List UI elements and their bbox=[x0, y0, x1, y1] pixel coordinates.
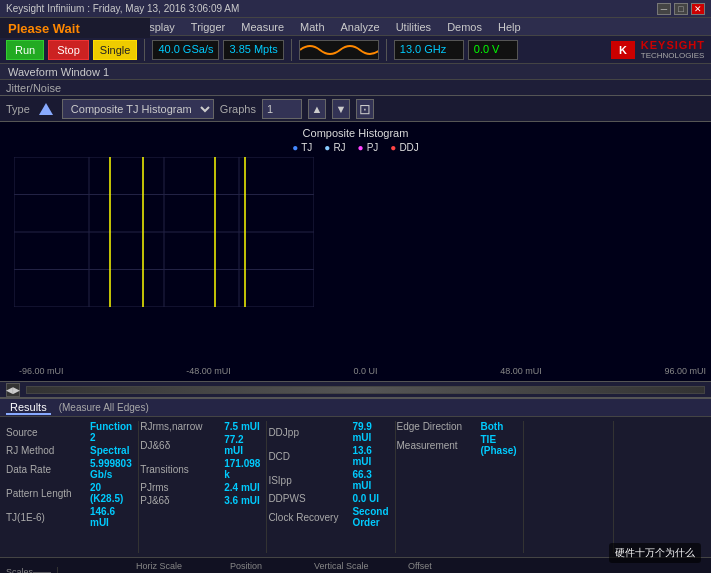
horiz-scale-header: Horiz Scale bbox=[136, 561, 226, 571]
menu-item-trigger[interactable]: Trigger bbox=[187, 21, 229, 33]
result-row-tj: TJ(1E-6) 146.6 mUI bbox=[6, 506, 132, 528]
toolbar-separator-3 bbox=[386, 39, 387, 61]
result-key-isipp: ISIpp bbox=[268, 475, 348, 486]
chart-title-text: Composite Histogram bbox=[303, 127, 409, 139]
legend-item-pj: ● PJ bbox=[358, 142, 379, 153]
bottom-scales: Scales—— Horiz Scale Position Vertical S… bbox=[0, 557, 711, 573]
result-val-pattern-length: 20 (K28.5) bbox=[90, 482, 132, 504]
result-val-dcd: 13.6 mUI bbox=[352, 445, 388, 467]
title-bar: Keysight Infiniium : Friday, May 13, 201… bbox=[0, 0, 711, 18]
legend-item-ddj: ● DDJ bbox=[390, 142, 419, 153]
result-val-rj-method: Spectral bbox=[90, 445, 129, 456]
close-button[interactable]: ✕ bbox=[691, 3, 705, 15]
result-row-source: Source Function 2 bbox=[6, 421, 132, 443]
wave-svg bbox=[300, 40, 378, 60]
results-tab[interactable]: Results bbox=[6, 401, 51, 415]
keysight-logo: K KEYSIGHT TECHNOLOGIES bbox=[611, 39, 705, 60]
histogram-svg bbox=[14, 157, 314, 307]
result-val-pj6d: 3.6 mUI bbox=[224, 495, 260, 506]
chart-title: Composite Histogram bbox=[303, 127, 409, 139]
minimize-button[interactable]: ─ bbox=[657, 3, 671, 15]
result-row-pattern-length: Pattern Length 20 (K28.5) bbox=[6, 482, 132, 504]
result-key-source: Source bbox=[6, 427, 86, 438]
chart-legend: ● TJ ● RJ ● PJ ● DDJ bbox=[292, 142, 419, 153]
measure-all-edges: (Measure All Edges) bbox=[59, 402, 149, 413]
menu-item-analyze[interactable]: Analyze bbox=[337, 21, 384, 33]
menu-item-math[interactable]: Math bbox=[296, 21, 328, 33]
result-row-transitions: Transitions 171.098 k bbox=[140, 458, 260, 480]
result-val-data-rate: 5.999803 Gb/s bbox=[90, 458, 132, 480]
watermark-text: 硬件十万个为什么 bbox=[615, 547, 695, 558]
toolbar: Run Stop Single 40.0 GSa/s 3.85 Mpts 13.… bbox=[0, 36, 711, 64]
toolbar-separator-2 bbox=[291, 39, 292, 61]
graphs-down-button[interactable]: ▼ bbox=[332, 99, 350, 119]
result-row-pjrms: PJrms 2.4 mUI bbox=[140, 482, 260, 493]
scales-header: Scales—— bbox=[6, 567, 51, 574]
result-row-clock-recovery: Clock Recovery Second Order bbox=[268, 506, 388, 528]
result-row-edge-direction: Edge Direction Both bbox=[397, 421, 517, 432]
result-row-data-rate: Data Rate 5.999803 Gb/s bbox=[6, 458, 132, 480]
result-val-tj: 146.6 mUI bbox=[90, 506, 132, 528]
menu-item-utilities[interactable]: Utilities bbox=[392, 21, 435, 33]
result-group-1: Source Function 2 RJ Method Spectral Dat… bbox=[6, 421, 139, 553]
result-val-dj6d: 77.2 mUI bbox=[224, 434, 260, 456]
result-row-isipp: ISIpp 66.3 mUI bbox=[268, 469, 388, 491]
menu-item-help[interactable]: Help bbox=[494, 21, 525, 33]
result-row-rj-method: RJ Method Spectral bbox=[6, 445, 132, 456]
memory-depth-display: 3.85 Mpts bbox=[223, 40, 283, 60]
svg-text:K: K bbox=[619, 44, 627, 56]
x-label-4: 48.00 mUI bbox=[500, 366, 542, 376]
scale-expand-button[interactable]: ◀▶ bbox=[6, 383, 20, 397]
single-button[interactable]: Single bbox=[93, 40, 138, 60]
result-key-dcd: DCD bbox=[268, 451, 348, 462]
result-group-3: DDJpp 79.9 mUI DCD 13.6 mUI ISIpp 66.3 m… bbox=[268, 421, 395, 553]
maximize-button[interactable]: □ bbox=[674, 3, 688, 15]
watermark: 硬件十万个为什么 bbox=[609, 543, 701, 563]
results-panel: Results (Measure All Edges) Source Funct… bbox=[0, 398, 711, 557]
results-header: Results (Measure All Edges) bbox=[0, 399, 711, 417]
frequency-display: 13.0 GHz bbox=[394, 40, 464, 60]
result-row-measurement: Measurement TIE (Phase) bbox=[397, 434, 517, 456]
stop-button[interactable]: Stop bbox=[48, 40, 89, 60]
jitter-noise-text: Jitter/Noise bbox=[6, 82, 61, 94]
result-val-ddpws: 0.0 UI bbox=[352, 493, 379, 504]
type-label: Type bbox=[6, 103, 30, 115]
menu-item-measure[interactable]: Measure bbox=[237, 21, 288, 33]
toolbar-separator-1 bbox=[144, 39, 145, 61]
voltage-display: 0.0 V bbox=[468, 40, 518, 60]
menu-item-demos[interactable]: Demos bbox=[443, 21, 486, 33]
result-row-pj6d: PJ&6δ 3.6 mUI bbox=[140, 495, 260, 506]
graphs-input[interactable] bbox=[262, 99, 302, 119]
result-key-ddjpp: DDJpp bbox=[268, 427, 348, 438]
logo-text-line2: TECHNOLOGIES bbox=[641, 51, 705, 60]
spacer bbox=[62, 561, 132, 571]
scale-bar: ◀▶ bbox=[0, 382, 711, 398]
waveform-window-label: Waveform Window 1 bbox=[0, 64, 711, 80]
legend-label-rj: RJ bbox=[333, 142, 345, 153]
result-row-ddpws: DDPWS 0.0 UI bbox=[268, 493, 388, 504]
result-key-clock-recovery: Clock Recovery bbox=[268, 512, 348, 523]
scroll-bar[interactable] bbox=[26, 386, 705, 394]
offset-header: Offset bbox=[408, 561, 478, 571]
graphs-up-button[interactable]: ▲ bbox=[308, 99, 326, 119]
run-button[interactable]: Run bbox=[6, 40, 44, 60]
result-val-pjrms: 2.4 mUI bbox=[224, 482, 260, 493]
legend-label-pj: PJ bbox=[367, 142, 379, 153]
result-group-5 bbox=[525, 421, 615, 553]
waveform-window-text: Waveform Window 1 bbox=[8, 66, 109, 78]
result-row-dcd: DCD 13.6 mUI bbox=[268, 445, 388, 467]
wave-indicator bbox=[299, 40, 379, 60]
result-val-ddjpp: 79.9 mUI bbox=[352, 421, 388, 443]
result-val-clock-recovery: Second Order bbox=[352, 506, 388, 528]
result-group-6 bbox=[615, 421, 705, 553]
result-row-rjrms: RJrms,narrow 7.5 mUI bbox=[140, 421, 260, 432]
result-key-rjrms: RJrms,narrow bbox=[140, 421, 220, 432]
graphs-label: Graphs bbox=[220, 103, 256, 115]
result-key-edge-direction: Edge Direction bbox=[397, 421, 477, 432]
type-select[interactable]: Composite TJ Histogram bbox=[62, 99, 214, 119]
result-key-measurement: Measurement bbox=[397, 440, 477, 451]
vertical-scale-header: Vertical Scale bbox=[314, 561, 404, 571]
result-val-transitions: 171.098 k bbox=[224, 458, 260, 480]
result-val-isipp: 66.3 mUI bbox=[352, 469, 388, 491]
result-key-rj-method: RJ Method bbox=[6, 445, 86, 456]
